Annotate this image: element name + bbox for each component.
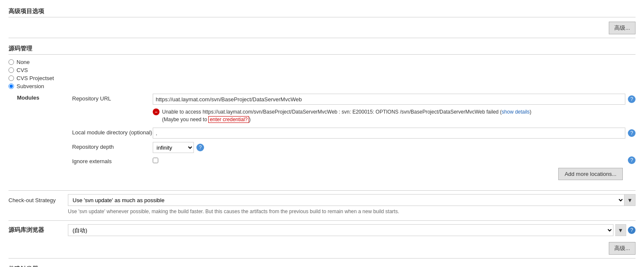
checkout-strategy-select[interactable]: Use 'svn update' as much as possible Alw…	[68, 194, 624, 206]
browser-select[interactable]: (自动)	[68, 224, 613, 236]
repo-depth-label: Repository depth	[72, 142, 153, 150]
add-locations-row: Add more locations...	[72, 168, 623, 180]
ignore-externals-row: Ignore externals ?	[72, 156, 636, 164]
subversion-form: Repository URL ? – Unable to access http…	[72, 94, 636, 184]
divider-3	[8, 220, 636, 221]
advanced-button-top[interactable]: 高级...	[609, 22, 636, 34]
divider-1	[8, 38, 636, 38]
radio-subversion-input[interactable]	[8, 83, 14, 89]
local-module-row: Local module directory (optional) ?	[72, 128, 636, 139]
advanced-btn-row-bottom: 高级...	[8, 242, 636, 255]
error-block: – Unable to access https://uat.laymat.co…	[153, 108, 636, 123]
local-module-help-icon[interactable]: ?	[628, 129, 636, 137]
repo-url-help-icon[interactable]: ?	[628, 95, 636, 103]
ignore-externals-label: Ignore externals	[72, 156, 153, 164]
radio-subversion-label: Subversion	[17, 83, 44, 89]
repo-url-row: Repository URL ?	[72, 94, 636, 105]
modules-label: Modules	[17, 94, 68, 184]
ignore-externals-checkbox[interactable]	[153, 158, 158, 163]
source-mgmt-title: 源码管理	[8, 42, 636, 55]
radio-cvs-projectset[interactable]: CVS Projectset	[8, 75, 636, 81]
checkout-strategy-section: Check-out Strategy Use 'svn update' as m…	[8, 194, 636, 214]
browser-label: 源码库浏览器	[8, 226, 68, 234]
ignore-externals-help-icon[interactable]: ?	[628, 156, 636, 164]
radio-none-label: None	[17, 59, 30, 65]
enter-credential-link[interactable]: enter credential?	[208, 116, 249, 123]
repo-depth-select[interactable]: infinity empty files immediates	[153, 142, 194, 153]
repo-depth-row: Repository depth infinity empty files im…	[72, 142, 636, 153]
browser-row: 源码库浏览器 (自动) ▼ ?	[8, 224, 636, 236]
page-container: 高级项目选项 高级... 源码管理 None CVS CVS Projectse…	[0, 0, 644, 267]
radio-cvs-projectset-label: CVS Projectset	[17, 75, 54, 81]
ignore-externals-field: ?	[153, 156, 636, 164]
divider-2	[8, 190, 636, 191]
add-locations-button[interactable]: Add more locations...	[558, 168, 623, 180]
error-message-part1: Unable to access https://uat.laymat.com/…	[162, 109, 502, 115]
checkout-strategy-label: Check-out Strategy	[8, 197, 68, 203]
build-trigger-title: 构建触发器	[8, 262, 636, 267]
scm-radio-group: None CVS CVS Projectset Subversion	[8, 59, 636, 89]
radio-cvs-input[interactable]	[8, 67, 14, 73]
repo-depth-help-icon[interactable]: ?	[196, 144, 204, 151]
divider-4	[8, 258, 636, 259]
error-icon: –	[153, 108, 160, 115]
repo-url-label: Repository URL	[72, 94, 153, 102]
checkout-strategy-row: Check-out Strategy Use 'svn update' as m…	[8, 194, 636, 206]
checkout-strategy-select-wrap: Use 'svn update' as much as possible Alw…	[68, 194, 636, 206]
error-message-part2: )	[530, 109, 532, 115]
repo-url-field: ?	[153, 94, 636, 105]
checkout-hint: Use 'svn update' whenever possible, maki…	[68, 209, 636, 214]
radio-none[interactable]: None	[8, 59, 636, 65]
advanced-button-bottom[interactable]: 高级...	[609, 242, 636, 255]
maybe-text: (Maybe you need to	[162, 117, 208, 122]
radio-cvs-label: CVS	[17, 67, 28, 73]
browser-section: 源码库浏览器 (自动) ▼ ?	[8, 224, 636, 236]
checkout-strategy-dropdown-arrow[interactable]: ▼	[624, 194, 636, 206]
error-text: Unable to access https://uat.laymat.com/…	[162, 108, 532, 123]
show-details-link[interactable]: show details	[502, 109, 530, 115]
repo-url-input[interactable]	[153, 94, 625, 105]
browser-help-icon[interactable]: ?	[628, 226, 636, 234]
radio-none-input[interactable]	[8, 59, 14, 65]
local-module-label: Local module directory (optional)	[72, 128, 153, 136]
browser-dropdown-arrow[interactable]: ▼	[615, 224, 626, 236]
browser-select-wrap: (自动) ▼ ?	[68, 224, 636, 236]
subversion-modules-section: Modules Repository URL ? – U	[17, 94, 636, 184]
radio-cvs-projectset-input[interactable]	[8, 75, 14, 81]
repo-depth-field: infinity empty files immediates ?	[153, 142, 636, 153]
source-mgmt-section: 源码管理 None CVS CVS Projectset Subversion …	[8, 42, 636, 184]
radio-cvs[interactable]: CVS	[8, 67, 636, 73]
local-module-field: ?	[153, 128, 636, 139]
advanced-section-title: 高级项目选项	[8, 4, 636, 17]
closing-paren: )	[249, 117, 251, 122]
advanced-btn-row: 高级...	[8, 22, 636, 34]
local-module-input[interactable]	[153, 128, 625, 139]
radio-subversion[interactable]: Subversion	[8, 83, 636, 89]
